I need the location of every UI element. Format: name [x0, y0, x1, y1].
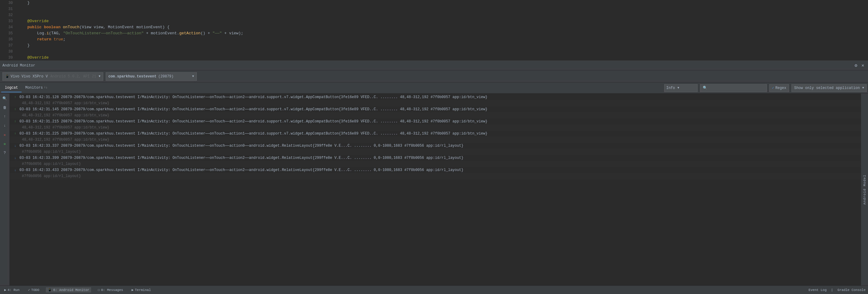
device-dropdown-arrow: ▼ [99, 75, 100, 78]
logcat-main: 🔍 🗑 ↑ ↓ ✕ ⊕ ? ↑ 03-03 16:42:31.128 20879… [0, 93, 868, 286]
log-line: #7f0b0056 app:id/rl_layout} [10, 173, 861, 179]
log-text: 03-03 16:42:33.399 20879-20879/com.spark… [20, 155, 463, 161]
app-dropdown-arrow: ▼ [192, 75, 194, 78]
log-text: 03-03 16:42:31.225 20879-20879/com.spark… [20, 130, 488, 137]
log-level-label: Info [666, 86, 675, 90]
log-line: 48,48-312,192 #7f0b0057 app:id/btn_view} [10, 100, 861, 106]
log-line: 48,48-312,192 #7f0b0057 app:id/btn_view} [10, 137, 861, 143]
code-line [18, 6, 868, 12]
log-line: ↓ 03-03 16:42:33.399 20879-20879/com.spa… [10, 155, 861, 161]
monitor-actions: ⚙ ✕ [853, 63, 866, 68]
log-line: ↑ 03-03 16:42:31.128 20879-20879/com.spa… [10, 94, 861, 100]
tabs-controls-row: logcat Monitors ↑↓ Info ▼ 🔍 ✓ Regex [0, 83, 868, 93]
app-selector[interactable]: com.sparkhuu.testevent (20879) ▼ [106, 72, 197, 81]
close-monitor-button[interactable]: ✕ [860, 63, 866, 68]
help-button[interactable]: ? [1, 149, 8, 157]
toolbar-row: 📱 Vivo Vivo X5Pro V Android 5.0.2, API 2… [0, 70, 868, 83]
log-icon-up: ↑ [12, 94, 18, 100]
log-line: ↑ 03-03 16:42:31.215 20879-20879/com.spa… [10, 118, 861, 124]
logcat-content: ↑ 03-03 16:42:31.128 20879-20879/com.spa… [10, 93, 861, 286]
log-controls: Info ▼ 🔍 ✓ Regex Show only selected appl… [664, 84, 867, 92]
device-os: Android 5.0.2, API 21 [50, 75, 96, 79]
messages-tab[interactable]: ☐ 0: Messages [96, 287, 125, 292]
log-line: #7f0b0056 app:id/rl_layout} [10, 161, 861, 167]
search-input[interactable] [709, 86, 764, 90]
log-text-cont: 48,48-312,192 #7f0b0057 app:id/btn_view} [22, 112, 109, 118]
tab-logcat[interactable]: logcat [1, 84, 22, 92]
log-line: ↓ 03-03 16:42:33.337 20879-20879/com.spa… [10, 143, 861, 149]
gradle-console-label[interactable]: Gradle Console [838, 288, 866, 292]
log-text: 03-03 16:42:31.215 20879-20879/com.spark… [20, 118, 488, 124]
clear-logs-button[interactable]: 🗑 [1, 104, 8, 111]
android-monitor-icon: 📱 [48, 288, 52, 292]
app-package: com.sparkhuu.testevent [108, 75, 156, 79]
regex-button[interactable]: ✓ Regex [769, 84, 789, 92]
tab-monitors[interactable]: Monitors ↑↓ [22, 84, 51, 92]
run-icon: ▶ [4, 288, 6, 292]
todo-tab[interactable]: ✓ TODO [26, 287, 41, 292]
android-model-sidebar[interactable]: Android Model [861, 93, 868, 286]
line-numbers: 30 31 32 33 34 35 36 37 38 39 40 43 [0, 0, 15, 60]
messages-icon: ☐ [98, 288, 100, 292]
log-text-cont: #7f0b0056 app:id/rl_layout} [22, 161, 81, 167]
log-line: ↓ 03-03 16:42:33.433 20879-20879/com.spa… [10, 167, 861, 173]
left-icons-col: 🔍 🗑 ↑ ↓ ✕ ⊕ ? [0, 93, 10, 286]
code-line: Log.i(TAG, "OnTouchListener——onTouch——ac… [18, 30, 868, 36]
android-model-label: Android Model [863, 175, 866, 205]
log-level-dropdown[interactable]: Info ▼ [664, 84, 698, 92]
log-text: 03-03 16:42:31.128 20879-20879/com.spark… [20, 94, 488, 100]
event-log-label[interactable]: Event Log [808, 288, 827, 292]
app-pid: (20879) [158, 75, 174, 79]
search-logs-button[interactable]: 🔍 [1, 95, 8, 102]
code-line: return true; [18, 36, 868, 42]
terminal-tab[interactable]: ▶ Terminal [130, 287, 152, 292]
logcat-area: ↑ 03-03 16:42:31.128 20879-20879/com.spa… [10, 93, 861, 180]
log-level-arrow: ▼ [678, 86, 679, 90]
main-container: 30 31 32 33 34 35 36 37 38 39 40 43 } @O… [0, 0, 868, 294]
device-selector[interactable]: 📱 Vivo Vivo X5Pro V Android 5.0.2, API 2… [2, 72, 103, 81]
log-icon-down: ↓ [12, 167, 18, 173]
show-only-label: Show only selected application [794, 86, 860, 90]
scroll-up-button[interactable]: ↑ [1, 113, 8, 120]
code-line: @Override [18, 18, 868, 24]
log-text: 03-03 16:42:33.433 20879-20879/com.spark… [20, 167, 463, 173]
log-icon-up: ↑ [12, 118, 18, 124]
code-line [18, 12, 868, 18]
log-line: #7f0b0056 app:id/rl_layout} [10, 149, 861, 155]
show-only-button[interactable]: Show only selected application ▼ [792, 84, 867, 92]
log-line: 48,48-312,192 #7f0b0057 app:id/btn_view} [10, 112, 861, 118]
code-content: } @Override public boolean onTouch(View … [15, 0, 868, 60]
run-tab[interactable]: ▶ 4: Run [2, 287, 21, 292]
regex-check-icon: ✓ [772, 86, 774, 90]
close-logs-button[interactable]: ✕ [1, 131, 8, 139]
android-monitor-tab[interactable]: 📱 6: Android Monitor [46, 287, 91, 292]
log-icon-down: ↓ [12, 143, 18, 149]
log-line: 48,48-312,192 #7f0b0057 app:id/btn_view} [10, 124, 861, 130]
todo-icon: ✓ [28, 288, 30, 292]
code-line: } [18, 42, 868, 49]
monitor-title: Android Monitor [2, 63, 35, 68]
monitor-bar: Android Monitor ⚙ ✕ [0, 61, 868, 70]
code-line: @Override [18, 55, 868, 60]
event-log-right: Event Log | Gradle Console [808, 288, 866, 292]
log-text-cont: 48,48-312,192 #7f0b0057 app:id/btn_view} [22, 100, 109, 106]
scroll-down-button[interactable]: ↓ [1, 122, 8, 129]
device-name: Vivo Vivo X5Pro V [11, 75, 48, 79]
log-line: ↑ 03-03 16:42:31.145 20879-20879/com.spa… [10, 106, 861, 112]
device-icon: 📱 [5, 75, 9, 78]
code-editor: 30 31 32 33 34 35 36 37 38 39 40 43 } @O… [0, 0, 868, 61]
log-text: 03-03 16:42:31.145 20879-20879/com.spark… [20, 106, 488, 112]
code-line: } [18, 0, 868, 6]
log-line: ↑ 03-03 16:42:31.225 20879-20879/com.spa… [10, 130, 861, 137]
log-text: 03-03 16:42:33.337 20879-20879/com.spark… [20, 143, 463, 149]
separator: | [831, 288, 833, 292]
log-icon-up: ↑ [12, 106, 18, 112]
search-box: 🔍 [700, 84, 767, 92]
add-filter-button[interactable]: ⊕ [1, 140, 8, 148]
search-icon: 🔍 [703, 86, 707, 90]
log-text-cont: #7f0b0056 app:id/rl_layout} [22, 173, 81, 179]
code-line: public boolean onTouch(View view, Motion… [18, 24, 868, 30]
terminal-icon: ▶ [131, 288, 134, 292]
settings-button[interactable]: ⚙ [853, 63, 859, 68]
show-only-arrow: ▼ [862, 86, 864, 90]
